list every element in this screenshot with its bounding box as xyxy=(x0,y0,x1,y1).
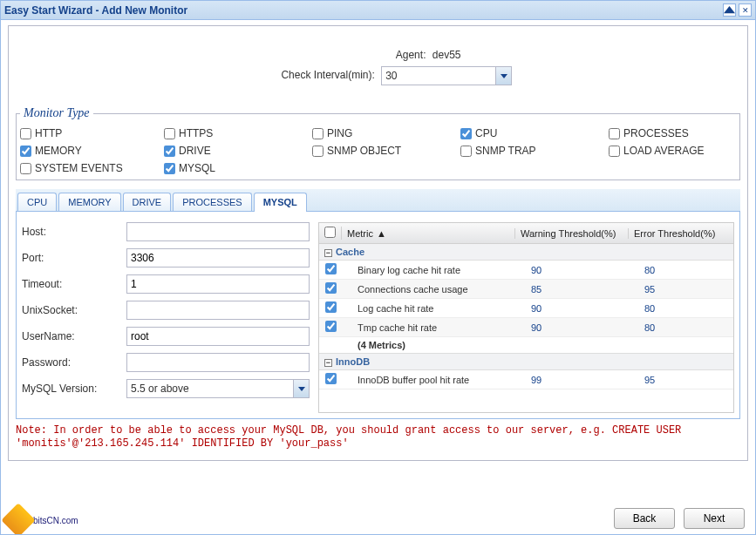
monitor-type-checkbox[interactable] xyxy=(20,146,31,157)
next-button[interactable]: Next xyxy=(684,508,745,529)
row-checkbox-cell[interactable] xyxy=(319,282,342,295)
monitor-type-label: LOAD AVERAGE xyxy=(623,145,704,157)
agent-label: Agent: xyxy=(295,49,426,61)
row-checkbox-cell[interactable] xyxy=(319,321,342,334)
metrics-grid: Metric▲ Warning Threshold(%) Error Thres… xyxy=(318,222,734,413)
mysql-version-label: MySQL Version: xyxy=(22,383,126,395)
tab-processes[interactable]: PROCESSES xyxy=(173,193,251,211)
table-row[interactable]: Connections cache usage8595 xyxy=(319,280,733,299)
close-button[interactable]: ✕ xyxy=(739,3,752,17)
window-title: Easy Start Wizard - Add New Monitor xyxy=(4,4,720,17)
row-metric: Tmp cache hit rate xyxy=(342,322,526,333)
row-warning: 90 xyxy=(526,303,639,314)
monitor-type-label: SYSTEM EVENTS xyxy=(35,162,123,174)
host-input[interactable] xyxy=(126,222,310,241)
monitor-type-checkbox[interactable] xyxy=(20,163,31,174)
row-checkbox[interactable] xyxy=(325,263,337,274)
monitor-type-label: PING xyxy=(327,127,352,139)
table-row[interactable]: InnoDB buffer pool hit rate9995 xyxy=(319,370,733,389)
monitor-type-checkbox[interactable] xyxy=(164,128,175,139)
port-input[interactable] xyxy=(126,248,310,268)
interval-label: Check Interval(min): xyxy=(244,69,375,81)
row-error: 95 xyxy=(639,284,733,295)
row-checkbox-cell[interactable] xyxy=(319,263,342,276)
chevron-down-icon xyxy=(495,67,511,85)
row-metric: Connections cache usage xyxy=(342,284,526,295)
row-checkbox-cell[interactable] xyxy=(319,301,342,315)
monitor-type-checkbox[interactable] xyxy=(460,146,472,157)
tab-cpu[interactable]: CPU xyxy=(17,193,57,211)
monitor-type-item[interactable]: CPU xyxy=(460,127,609,139)
monitor-type-item[interactable]: MEMORY xyxy=(20,145,164,157)
grid-group-header[interactable]: −Cache xyxy=(319,244,733,261)
timeout-input[interactable] xyxy=(126,274,310,294)
monitor-type-item[interactable]: DRIVE xyxy=(164,145,312,157)
monitor-type-checkbox[interactable] xyxy=(164,163,175,174)
row-error: 95 xyxy=(639,375,733,385)
row-metric: Binary log cache hit rate xyxy=(342,265,526,275)
grid-header-checkbox[interactable] xyxy=(319,227,342,240)
monitor-type-checkbox[interactable] xyxy=(460,128,472,139)
tab-memory[interactable]: MEMORY xyxy=(58,193,120,211)
username-input[interactable] xyxy=(126,327,310,346)
access-note: Note: In order to be able to access your… xyxy=(16,424,740,450)
collapse-icon: − xyxy=(324,249,332,257)
username-label: UserName: xyxy=(22,330,126,342)
timeout-label: Timeout: xyxy=(22,278,126,290)
monitor-type-item[interactable]: HTTPS xyxy=(164,127,312,139)
svg-marker-1 xyxy=(501,74,507,78)
row-checkbox-cell[interactable] xyxy=(319,373,342,386)
monitor-type-item[interactable]: MYSQL xyxy=(164,162,312,174)
grid-header-error[interactable]: Error Threshold(%) xyxy=(629,228,733,239)
monitor-type-label: SNMP TRAP xyxy=(475,145,536,157)
collapse-button[interactable] xyxy=(723,3,736,17)
monitor-type-item[interactable]: SNMP OBJECT xyxy=(312,145,460,157)
mysql-version-select[interactable]: 5.5 or above xyxy=(126,379,310,398)
monitor-type-item[interactable]: PING xyxy=(312,127,460,139)
chevron-down-icon xyxy=(293,380,309,397)
unixsocket-label: UnixSocket: xyxy=(22,304,126,316)
monitor-type-checkbox[interactable] xyxy=(20,128,31,139)
monitor-type-label: PROCESSES xyxy=(623,127,689,139)
monitor-type-item[interactable]: SYSTEM EVENTS xyxy=(20,162,164,174)
monitor-type-checkbox[interactable] xyxy=(609,128,620,139)
table-row[interactable]: Log cache hit rate9080 xyxy=(319,299,733,318)
tab-drive[interactable]: DRIVE xyxy=(123,193,172,211)
monitor-type-checkbox[interactable] xyxy=(609,146,620,157)
monitor-type-checkbox[interactable] xyxy=(164,146,175,157)
monitor-type-item[interactable]: HTTP xyxy=(20,127,164,139)
sort-ascending-icon: ▲ xyxy=(377,228,386,239)
grid-header-metric[interactable]: Metric▲ xyxy=(342,228,515,239)
check-interval-select[interactable]: 30 xyxy=(381,66,512,85)
port-label: Port: xyxy=(22,252,126,264)
monitor-type-item[interactable]: SNMP TRAP xyxy=(460,145,609,157)
grid-body[interactable]: −CacheBinary log cache hit rate9080Conne… xyxy=(319,244,733,412)
monitor-type-label: MYSQL xyxy=(179,162,215,174)
svg-marker-0 xyxy=(724,6,735,13)
tab-mysql[interactable]: MYSQL xyxy=(254,193,307,212)
row-checkbox[interactable] xyxy=(325,282,337,294)
monitor-type-item[interactable]: LOAD AVERAGE xyxy=(609,145,736,157)
back-button[interactable]: Back xyxy=(614,508,675,529)
monitor-type-checkbox[interactable] xyxy=(312,128,324,139)
agent-value: dev55 xyxy=(432,49,461,61)
monitor-type-label: HTTPS xyxy=(179,127,213,139)
row-checkbox[interactable] xyxy=(325,321,337,332)
row-checkbox[interactable] xyxy=(325,373,337,384)
unixsocket-input[interactable] xyxy=(126,301,310,320)
row-error: 80 xyxy=(639,322,733,333)
table-row[interactable]: Tmp cache hit rate9080 xyxy=(319,318,733,337)
monitor-type-item[interactable]: PROCESSES xyxy=(609,127,736,139)
monitor-type-checkbox[interactable] xyxy=(312,146,324,157)
row-warning: 90 xyxy=(526,322,639,333)
row-warning: 85 xyxy=(526,284,639,295)
row-metric: InnoDB buffer pool hit rate xyxy=(342,375,526,385)
grid-header-warning[interactable]: Warning Threshold(%) xyxy=(515,228,629,239)
password-input[interactable] xyxy=(126,353,310,372)
row-error: 80 xyxy=(639,265,733,275)
row-warning: 99 xyxy=(526,375,639,385)
monitor-type-fieldset: Monitor Type HTTPHTTPSPINGCPUPROCESSESME… xyxy=(16,106,740,180)
table-row[interactable]: Binary log cache hit rate9080 xyxy=(319,261,733,280)
grid-group-header[interactable]: −InnoDB xyxy=(319,354,733,370)
row-checkbox[interactable] xyxy=(325,301,337,313)
